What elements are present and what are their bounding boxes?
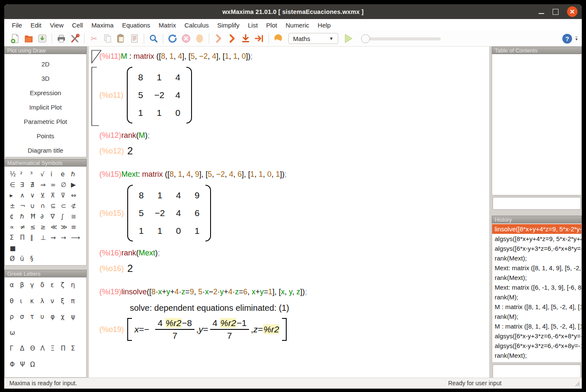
greek-letter-button[interactable]: Λ (40, 344, 50, 353)
symbol-button[interactable]: ³ (30, 170, 40, 179)
menu-item[interactable]: File (8, 22, 26, 29)
greek-letter-button[interactable]: Ψ (20, 360, 30, 369)
symbol-button[interactable]: → (61, 233, 71, 242)
greek-letter-button[interactable] (51, 328, 61, 337)
greek-letter-button[interactable] (71, 328, 81, 337)
cell-style-select[interactable]: Maths ▼ (288, 33, 338, 44)
symbol-button[interactable]: ∂ (40, 212, 50, 221)
symbol-button[interactable]: ∫ (61, 212, 71, 221)
greek-letter-button[interactable]: Φ (10, 360, 20, 369)
draw-button[interactable]: 3D (5, 71, 86, 85)
symbol-button[interactable]: ∞ (51, 180, 61, 189)
history-item[interactable]: algsys([6*x-y+3*z=6,-6*x+8y=-1 (492, 341, 581, 351)
greek-letter-button[interactable]: η (71, 280, 81, 290)
history-item[interactable]: M : matrix ([8, 1, 4], [5, -2, 4], [1, (492, 302, 581, 312)
symbol-button[interactable]: ≪ (51, 222, 61, 232)
symbol-button[interactable]: ▸ (10, 191, 20, 200)
symbol-button[interactable]: ∪ (30, 201, 40, 211)
menu-item[interactable]: List (244, 22, 262, 29)
menu-item[interactable]: Edit (26, 22, 46, 29)
menu-item[interactable]: Calculus (180, 22, 213, 29)
symbol-button[interactable]: ∨ (30, 191, 40, 200)
menu-item[interactable]: Plot (262, 22, 282, 29)
greek-letter-button[interactable]: θ (10, 296, 20, 306)
select-all-icon[interactable] (129, 33, 140, 44)
history-item[interactable]: Mext: matrix ([8, 1, 4, 9], [5, -2, 4 (492, 263, 581, 273)
evaluate-till-here-icon[interactable] (240, 33, 252, 44)
greek-letter-button[interactable] (40, 328, 50, 337)
draw-button[interactable]: Implicit Plot (5, 100, 86, 114)
greek-letter-button[interactable]: δ (40, 280, 50, 290)
greek-letter-button[interactable]: π (71, 296, 81, 306)
symbol-button[interactable]: Ħ (30, 212, 40, 221)
symbol-button[interactable]: ℏ (71, 170, 81, 179)
symbol-button[interactable]: e (61, 170, 71, 179)
draw-button[interactable]: 2D (5, 57, 86, 71)
symbol-button[interactable]: ⟶ (71, 233, 81, 242)
symbol-button[interactable]: ⇒ (40, 180, 50, 189)
menu-item[interactable]: Help (313, 22, 335, 29)
symbol-button[interactable]: ∝ (10, 222, 20, 232)
symbol-button[interactable]: ≡ (71, 222, 81, 232)
greek-letter-button[interactable]: Γ (10, 344, 20, 353)
symbol-button[interactable]: ¬ (20, 201, 30, 211)
maximize-button[interactable] (553, 9, 559, 15)
menu-item[interactable]: Numeric (281, 22, 313, 29)
symbol-button[interactable]: ∥ (30, 233, 40, 242)
help-icon[interactable]: ? (562, 34, 572, 44)
greek-letter-button[interactable]: ξ (61, 296, 71, 306)
greek-letter-button[interactable] (30, 328, 40, 337)
draw-button[interactable]: Expression (5, 85, 86, 100)
close-button[interactable]: ✕ (567, 6, 578, 17)
input-cell-i16[interactable]: (%i16)rank(Mext); (99, 249, 160, 258)
restart-maxima-icon[interactable] (167, 33, 178, 44)
greek-letter-button[interactable]: γ (30, 280, 40, 290)
input-cell-i12[interactable]: (%i12)rank(M); (99, 131, 150, 140)
greek-letter-button[interactable]: κ (30, 296, 40, 306)
history-item[interactable]: rank(Mext); (492, 273, 581, 282)
symbol-button[interactable]: ≥ (40, 222, 50, 232)
input-cell-i15[interactable]: (%i15)Mext: matrix ([8, 1, 4, 9], [5, −2… (99, 170, 287, 179)
greek-letter-button[interactable]: Σ (71, 344, 81, 353)
greek-letter-button[interactable]: β (20, 280, 30, 290)
symbol-button[interactable]: ■ (10, 244, 20, 253)
follow-icon[interactable] (194, 33, 205, 44)
play-animation-icon[interactable] (342, 33, 354, 44)
history-item[interactable]: linsolve([8*x+y+4*z=9, 5*x-2*y+ (492, 224, 581, 234)
greek-letter-button[interactable]: χ (61, 312, 71, 321)
minimize-button[interactable] (539, 13, 544, 14)
symbol-button[interactable]: ¢ (10, 212, 20, 221)
symbol-button[interactable] (51, 244, 61, 253)
history-item[interactable]: rank(M); (492, 292, 581, 302)
greek-letter-button[interactable]: ρ (10, 312, 20, 321)
menu-item[interactable]: View (46, 22, 68, 29)
paste-icon[interactable] (115, 33, 127, 44)
symbol-button[interactable]: i (51, 170, 61, 179)
symbol-button[interactable]: ± (10, 201, 20, 211)
symbol-button[interactable] (71, 244, 81, 253)
symbol-button[interactable]: √ (40, 170, 50, 179)
symbol-button[interactable]: ≅ (71, 212, 81, 221)
worksheet-area[interactable]: (%i11)M : matrix ([8, 1, 4], [5, −2, 4],… (89, 47, 489, 378)
greek-letter-button[interactable]: ψ (71, 312, 81, 321)
cut-icon[interactable]: ✂ (88, 33, 100, 44)
history-item[interactable]: algsys([8*x+y+4*z=9, 5*x-2*y+4 (492, 234, 581, 244)
greek-letter-button[interactable]: Π (61, 344, 71, 353)
greek-letter-button[interactable]: τ (30, 312, 40, 321)
symbol-button[interactable]: Ø (10, 254, 20, 263)
symbol-button[interactable]: ü (20, 254, 30, 263)
symbol-button[interactable] (20, 244, 30, 253)
evaluate-rest-icon[interactable] (253, 33, 265, 44)
slider-knob[interactable] (361, 34, 370, 43)
history-item[interactable]: rank(Mext); (492, 253, 581, 263)
symbol-button[interactable]: ∩ (40, 201, 50, 211)
menu-item[interactable]: Simplify (213, 22, 244, 29)
greek-letter-button[interactable]: υ (40, 312, 50, 321)
greek-letter-button[interactable]: Δ (20, 344, 30, 353)
greek-letter-button[interactable]: ν (51, 296, 61, 306)
history-item[interactable]: Mext: matrix ([6, -1, 3, 9], [-6, 8, (492, 282, 581, 292)
symbol-button[interactable] (30, 244, 40, 253)
history-item[interactable]: rank(M); (492, 312, 581, 321)
toc-search-input[interactable] (493, 197, 581, 210)
symbol-button[interactable]: ≤ (30, 222, 40, 232)
